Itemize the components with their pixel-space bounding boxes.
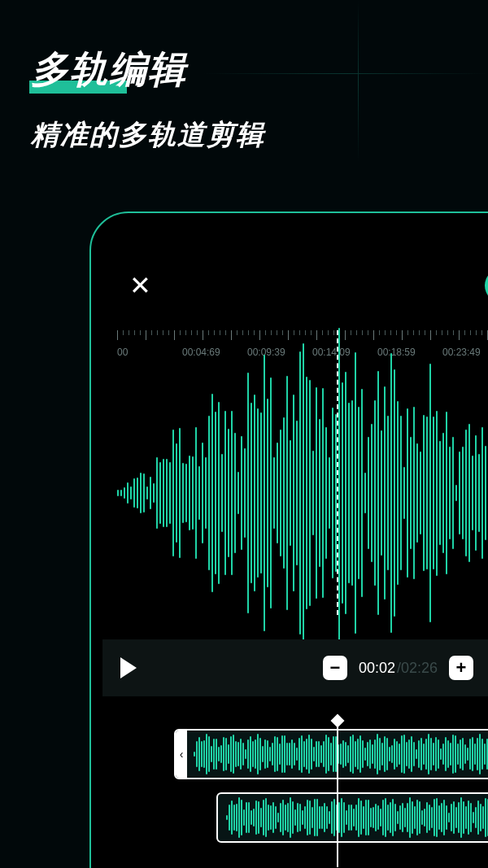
phone-mockup: ✕ 导 0000:04:6900:09:3900:14:0900:18:5900…: [89, 212, 488, 868]
playhead-main[interactable]: [337, 330, 338, 615]
audio-track-1[interactable]: ‹: [174, 729, 488, 779]
export-button[interactable]: 导: [485, 268, 488, 303]
hero-subtitle: 精准的多轨道剪辑: [31, 116, 265, 154]
zoom-out-button[interactable]: −: [323, 656, 347, 680]
close-button[interactable]: ✕: [124, 269, 156, 302]
ruler-label: 00:04:69: [182, 347, 247, 358]
ruler-label: 00:23:49: [442, 347, 488, 358]
audio-track-2[interactable]: [216, 792, 488, 843]
time-display: 00:02 /02:26: [359, 660, 438, 677]
control-bar: − 00:02 /02:26 + ↺: [102, 639, 488, 696]
time-current: 00:02: [359, 660, 395, 677]
play-button[interactable]: [120, 657, 137, 678]
ruler-label: 00: [117, 347, 182, 358]
time-total: /02:26: [397, 660, 438, 677]
zoom-in-button[interactable]: +: [449, 656, 473, 680]
ruler-label: 00:18:59: [377, 347, 442, 358]
track-trim-handle[interactable]: ‹: [176, 731, 187, 778]
app-screen: ✕ 导 0000:04:6900:09:3900:14:0900:18:5900…: [102, 225, 488, 868]
hero-title: 多轨编辑: [31, 45, 187, 95]
track-playhead[interactable]: [337, 721, 338, 867]
ruler-label: 00:14:09: [312, 347, 377, 358]
main-waveform[interactable]: [102, 379, 488, 607]
